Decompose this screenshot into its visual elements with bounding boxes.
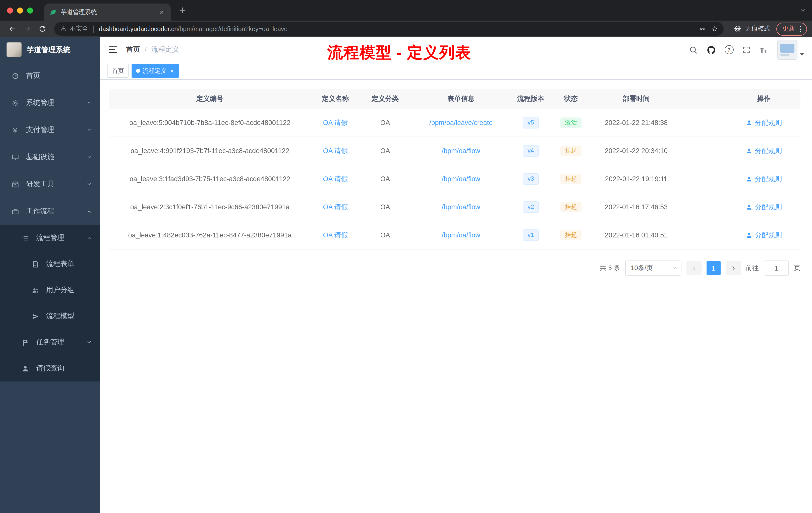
github-icon[interactable]	[706, 45, 716, 55]
sidebar-item-system[interactable]: 系统管理	[0, 89, 100, 117]
next-page-button[interactable]	[726, 261, 741, 275]
sidebar: 芋道管理系统 首页 系统管理 ¥ 支付管理	[0, 37, 100, 513]
chevron-up-icon	[86, 208, 92, 214]
url-bar[interactable]: 不安全 dashboard.yudao.iocoder.cn/bpm/manag…	[54, 22, 724, 36]
form-link[interactable]: /bpm/oa/flow	[442, 147, 480, 155]
assign-rule-button[interactable]: 分配规则	[746, 146, 782, 155]
assign-rule-button[interactable]: 分配规则	[746, 175, 782, 183]
browser-tab-strip: 芋道管理系统 ×	[0, 0, 812, 21]
definition-id: oa_leave:4:991f2193-7b7f-11ec-a3c8-acde4…	[109, 137, 311, 164]
menu-dots-icon[interactable]	[796, 25, 805, 33]
table-header-row: 定义编号 定义名称 定义分类 表单信息 流程版本 状态 部署时间 操作	[109, 89, 801, 109]
browser-tab[interactable]: 芋道管理系统 ×	[44, 3, 171, 21]
row-filler	[680, 221, 727, 249]
sidebar-item-task-management[interactable]: 任务管理	[0, 329, 100, 355]
window-close-button[interactable]	[7, 7, 13, 13]
sidebar-item-workflow[interactable]: 工作流程	[0, 198, 100, 225]
sidebar-item-home[interactable]: 首页	[0, 62, 100, 89]
arrow-left-icon	[8, 25, 16, 33]
active-dot	[136, 69, 140, 73]
version-badge[interactable]: v3	[522, 173, 539, 185]
version-badge[interactable]: v2	[522, 201, 539, 213]
browser-update-button[interactable]: 更新	[776, 22, 807, 35]
table-row: oa_leave:5:004b710b-7b8a-11ec-8ef0-acde4…	[109, 109, 801, 137]
definition-name-link[interactable]: OA 请假	[323, 231, 348, 240]
tag-process-definition[interactable]: 流程定义 ×	[132, 64, 178, 78]
sidebar-item-process-model[interactable]: 流程模型	[0, 303, 100, 329]
assign-rule-button[interactable]: 分配规则	[746, 203, 782, 212]
incognito-label: 无痕模式	[745, 25, 770, 33]
reload-button[interactable]	[35, 22, 49, 35]
tab-search-button[interactable]	[800, 6, 806, 14]
yen-icon: ¥	[10, 126, 20, 134]
definition-table: 定义编号 定义名称 定义分类 表单信息 流程版本 状态 部署时间 操作 oa_l…	[109, 89, 801, 249]
sidebar-logo[interactable]: 芋道管理系统	[0, 37, 100, 62]
column-header: 定义编号	[109, 89, 311, 109]
version-badge[interactable]: v5	[522, 117, 539, 128]
person-icon	[21, 365, 30, 372]
plus-icon	[178, 6, 186, 14]
sidebar-item-user-group[interactable]: 用户分组	[0, 277, 100, 303]
page-size-select[interactable]: 10条/页	[625, 261, 682, 276]
pagination: 共 5 条 10条/页 1 前往 页	[109, 261, 801, 276]
chevron-up-icon	[86, 235, 92, 241]
tag-home[interactable]: 首页	[108, 64, 128, 78]
security-label: 不安全	[69, 25, 88, 33]
row-filler	[680, 193, 727, 221]
tag-close-icon[interactable]: ×	[170, 67, 174, 74]
forward-button[interactable]	[20, 22, 34, 35]
column-header: 流程版本	[512, 89, 550, 109]
row-filler	[680, 137, 727, 164]
goto-page-input[interactable]	[764, 261, 789, 276]
definition-name-link[interactable]: OA 请假	[323, 175, 348, 183]
sidebar-item-devtools[interactable]: 研发工具	[0, 171, 100, 198]
sidebar-item-process-management[interactable]: 流程管理	[0, 225, 100, 251]
key-icon[interactable]	[699, 26, 705, 32]
row-filler	[680, 165, 727, 193]
form-link[interactable]: /bpm/oa/flow	[442, 203, 480, 211]
definition-name-link[interactable]: OA 请假	[323, 118, 348, 127]
back-button[interactable]	[5, 22, 19, 35]
breadcrumb-separator: /	[145, 46, 147, 54]
definition-name-link[interactable]: OA 请假	[323, 203, 348, 212]
deploy-time: 2022-01-22 21:48:38	[592, 109, 680, 137]
column-header: 表单信息	[410, 89, 512, 109]
sidebar-item-infrastructure[interactable]: 基础设施	[0, 144, 100, 171]
assign-rule-button[interactable]: 分配规则	[746, 118, 782, 127]
tags-view: 首页 流程定义 ×	[100, 62, 812, 80]
sidebar-item-label: 工作流程	[26, 207, 54, 216]
goto-unit: 页	[794, 264, 801, 273]
assign-rule-button[interactable]: 分配规则	[746, 231, 782, 240]
browser-toolbar: 不安全 dashboard.yudao.iocoder.cn/bpm/manag…	[0, 21, 812, 37]
form-link[interactable]: /bpm/oa/flow	[442, 175, 480, 183]
sidebar-item-payment[interactable]: ¥ 支付管理	[0, 117, 100, 144]
new-tab-button[interactable]	[176, 4, 189, 17]
form-link[interactable]: /bpm/oa/flow	[442, 232, 480, 239]
sidebar-toggle-button[interactable]	[108, 45, 119, 55]
form-link[interactable]: /bpm/oa/leave/create	[429, 119, 493, 126]
help-icon[interactable]: ?	[724, 45, 733, 54]
sidebar-item-leave-query[interactable]: 请假查询	[0, 355, 100, 382]
search-icon[interactable]	[688, 45, 698, 55]
breadcrumb-home[interactable]: 首页	[126, 45, 140, 54]
window-minimize-button[interactable]	[17, 7, 23, 13]
bookmark-star-icon[interactable]	[711, 26, 718, 32]
window-controls	[7, 7, 33, 13]
version-badge[interactable]: v1	[522, 229, 539, 241]
page-content: 定义编号 定义名称 定义分类 表单信息 流程版本 状态 部署时间 操作 oa_l…	[100, 80, 812, 513]
fullscreen-icon[interactable]	[742, 45, 752, 55]
window-zoom-button[interactable]	[27, 7, 33, 13]
chevron-down-icon	[86, 339, 92, 345]
tab-close-icon[interactable]: ×	[158, 8, 166, 16]
logo-title: 芋道管理系统	[27, 45, 70, 55]
prev-page-button[interactable]	[687, 261, 701, 275]
table-row: oa_leave:4:991f2193-7b7f-11ec-a3c8-acde4…	[109, 137, 801, 165]
definition-name-link[interactable]: OA 请假	[323, 146, 348, 155]
sidebar-item-process-form[interactable]: 流程表单	[0, 251, 100, 277]
user-avatar[interactable]	[777, 40, 804, 60]
definition-id: oa_leave:1:482ec033-762a-11ec-8477-a2380…	[109, 221, 311, 249]
definition-category: OA	[360, 193, 410, 221]
font-size-icon[interactable]: TT	[759, 46, 767, 54]
page-number-current[interactable]: 1	[706, 261, 721, 275]
version-badge[interactable]: v4	[522, 145, 539, 157]
